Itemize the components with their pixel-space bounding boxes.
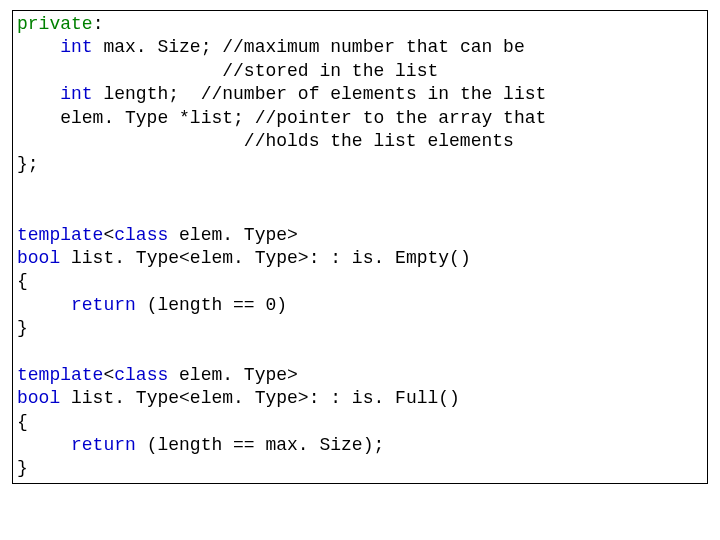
code-text bbox=[17, 37, 60, 57]
code-text: length; //number of elements in the list bbox=[93, 84, 547, 104]
code-text: max. Size; //maximum number that can be bbox=[93, 37, 525, 57]
code-block: private: int max. Size; //maximum number… bbox=[12, 10, 708, 484]
code-text: < bbox=[103, 225, 114, 245]
code-text: list. Type<elem. Type>: : is. Empty() bbox=[60, 248, 470, 268]
code-text: } bbox=[17, 458, 28, 478]
kw-int: int bbox=[60, 84, 92, 104]
kw-bool: bool bbox=[17, 388, 60, 408]
code-text: elem. Type> bbox=[168, 365, 298, 385]
code-text: //holds the list elements bbox=[17, 131, 514, 151]
code-text: { bbox=[17, 412, 28, 432]
code-text: elem. Type> bbox=[168, 225, 298, 245]
code-text: < bbox=[103, 365, 114, 385]
code-text: list. Type<elem. Type>: : is. Full() bbox=[60, 388, 460, 408]
code-text: } bbox=[17, 318, 28, 338]
kw-class: class bbox=[114, 365, 168, 385]
code-text: elem. Type *list; //pointer to the array… bbox=[17, 108, 546, 128]
kw-return: return bbox=[71, 295, 136, 315]
code-text: { bbox=[17, 271, 28, 291]
kw-return: return bbox=[71, 435, 136, 455]
kw-template: template bbox=[17, 365, 103, 385]
code-text: //stored in the list bbox=[17, 61, 438, 81]
code-text: }; bbox=[17, 154, 39, 174]
code-text bbox=[17, 435, 71, 455]
code-text: (length == max. Size); bbox=[136, 435, 384, 455]
code-text bbox=[17, 84, 60, 104]
kw-bool: bool bbox=[17, 248, 60, 268]
code-text: : bbox=[93, 14, 104, 34]
kw-private: private bbox=[17, 14, 93, 34]
kw-class: class bbox=[114, 225, 168, 245]
kw-template: template bbox=[17, 225, 103, 245]
code-text bbox=[17, 295, 71, 315]
kw-int: int bbox=[60, 37, 92, 57]
code-text: (length == 0) bbox=[136, 295, 287, 315]
